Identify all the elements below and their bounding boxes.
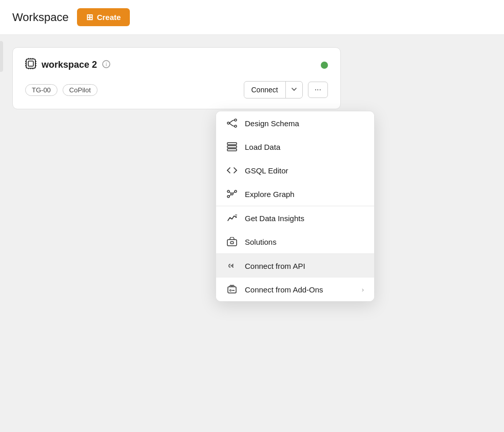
menu-item-connect-from-api[interactable]: Connect from API [216, 254, 374, 278]
info-icon[interactable]: i [102, 60, 110, 70]
design-schema-icon [226, 119, 238, 128]
svg-point-34 [230, 290, 231, 291]
svg-point-24 [235, 190, 237, 192]
submenu-chevron-icon: › [362, 286, 364, 293]
svg-point-16 [227, 122, 229, 124]
card-footer: TG-00 CoPilot Connect ··· [25, 81, 328, 99]
svg-rect-31 [230, 242, 234, 244]
connect-button[interactable]: Connect [244, 83, 285, 97]
workspace-icon [25, 58, 36, 72]
connect-from-api-icon [226, 261, 238, 270]
status-indicator [321, 62, 328, 69]
workspace-name: workspace 2 [42, 60, 97, 70]
menu-label-gsql-editor: GSQL Editor [245, 166, 364, 175]
dropdown-menu: Design Schema Load Data GSQL Editor [216, 111, 375, 302]
menu-label-get-data-insights: Get Data Insights [245, 214, 364, 223]
svg-point-22 [231, 193, 233, 195]
svg-line-27 [233, 192, 235, 193]
card-header: workspace 2 i [25, 58, 328, 72]
solutions-icon [226, 237, 238, 246]
card-title-row: workspace 2 i [25, 58, 110, 72]
connect-dropdown-button[interactable] [286, 83, 302, 97]
menu-label-explore-graph: Explore Graph [245, 190, 364, 199]
svg-point-25 [227, 195, 229, 198]
menu-label-load-data: Load Data [245, 143, 364, 151]
get-data-insights-icon [226, 213, 238, 223]
tag-copilot: CoPilot [63, 84, 98, 96]
more-options-button[interactable]: ··· [308, 82, 328, 98]
tag-tg: TG-00 [25, 84, 57, 96]
svg-line-26 [229, 192, 231, 193]
menu-label-connect-from-addons: Connect from Add-Ons [245, 285, 355, 294]
svg-text:i: i [106, 62, 107, 67]
menu-item-connect-from-addons[interactable]: Connect from Add-Ons › [216, 278, 374, 301]
svg-rect-30 [227, 240, 237, 246]
menu-item-load-data[interactable]: Load Data [216, 135, 374, 159]
menu-item-gsql-editor[interactable]: GSQL Editor [216, 159, 374, 182]
svg-rect-0 [26, 59, 35, 68]
menu-item-get-data-insights[interactable]: Get Data Insights [216, 206, 374, 230]
svg-point-18 [235, 125, 237, 127]
menu-item-solutions[interactable]: Solutions [216, 230, 374, 253]
svg-point-17 [235, 119, 237, 121]
create-button[interactable]: ⊞ Create [77, 8, 130, 26]
menu-label-solutions: Solutions [245, 238, 364, 246]
gsql-editor-icon [226, 166, 238, 175]
menu-item-design-schema[interactable]: Design Schema [216, 111, 374, 135]
svg-rect-19 [227, 143, 237, 145]
main-content: workspace 2 i TG-00 CoPilot Connect [0, 35, 504, 122]
create-icon: ⊞ [86, 12, 93, 22]
svg-line-28 [229, 194, 231, 196]
svg-point-23 [227, 190, 229, 192]
connect-from-addons-icon [226, 285, 238, 294]
page-title: Workspace [12, 11, 69, 24]
svg-rect-33 [228, 287, 236, 293]
menu-label-connect-from-api: Connect from API [245, 262, 364, 270]
connect-button-group: Connect [244, 81, 303, 99]
load-data-icon [226, 142, 238, 151]
svg-rect-21 [227, 149, 237, 151]
create-label: Create [97, 13, 121, 22]
menu-item-explore-graph[interactable]: Explore Graph [216, 182, 374, 206]
svg-point-29 [236, 217, 237, 218]
svg-rect-1 [28, 61, 33, 66]
workspace-card: workspace 2 i TG-00 CoPilot Connect [12, 47, 341, 109]
svg-rect-20 [227, 146, 237, 148]
header: Workspace ⊞ Create [0, 0, 504, 35]
menu-label-design-schema: Design Schema [245, 119, 364, 128]
explore-graph-icon [226, 189, 238, 199]
